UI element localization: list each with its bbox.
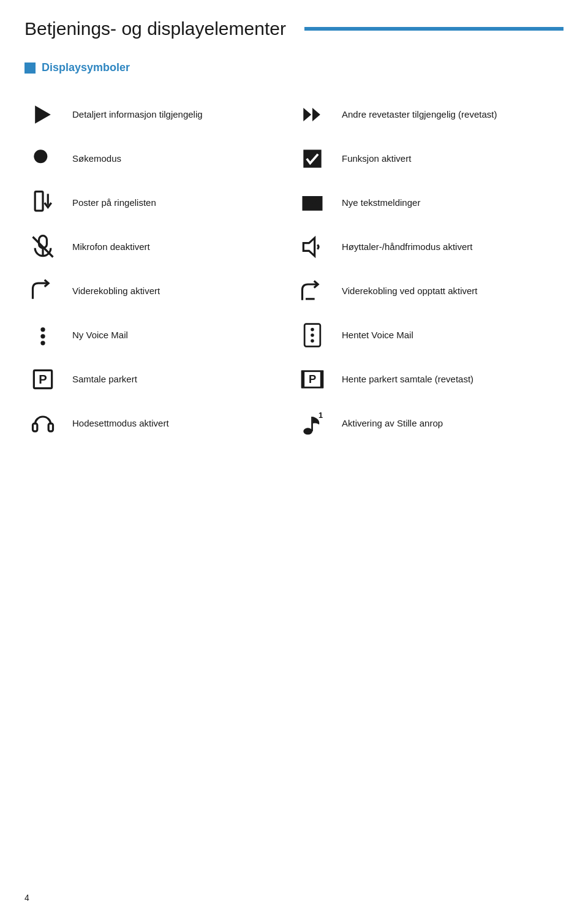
symbol-row-held-voice-mail: Hentet Voice Mail: [294, 313, 564, 357]
svg-text:P: P: [39, 373, 47, 386]
forward-busy-icon: [294, 278, 331, 305]
forward-active-label: Viderekobling aktivert: [72, 285, 160, 297]
symbols-grid: Detaljert informasjon tilgjengeligAndre …: [24, 93, 564, 445]
other-speed-dial-label: Andre revetaster tilgjengelig (revetast): [342, 108, 497, 121]
speaker-handsfree-icon: [294, 233, 331, 260]
silent-call-icon: 1: [294, 410, 331, 437]
symbol-row-silent-call: 1Aktivering av Stille anrop: [294, 401, 564, 445]
svg-rect-0: [303, 150, 321, 167]
symbol-row-retrieve-parked: PHente parkert samtale (revetast): [294, 357, 564, 401]
symbol-row-new-voice-mail: Ny Voice Mail: [24, 313, 294, 357]
post-call-list-label: Poster på ringelisten: [72, 197, 156, 209]
silent-call-label: Aktivering av Stille anrop: [342, 417, 443, 430]
section-title: Displaysymboler: [24, 61, 564, 74]
svg-point-9: [40, 341, 45, 345]
post-call-list-icon: [24, 189, 61, 216]
search-mode-icon: [24, 145, 61, 172]
new-text-messages-icon: [294, 189, 331, 216]
new-voice-mail-label: Ny Voice Mail: [72, 329, 128, 341]
svg-text:1: 1: [318, 411, 323, 420]
new-voice-mail-icon: [24, 322, 61, 349]
symbol-row-other-speed-dial: Andre revetaster tilgjengelig (revetast): [294, 93, 564, 137]
other-speed-dial-icon: [294, 101, 331, 128]
page-number: 4: [24, 893, 29, 903]
header-bar: [304, 27, 564, 31]
symbol-row-post-call-list: Poster på ringelisten: [24, 181, 294, 225]
speaker-handsfree-label: Høyttaler-/håndfrimodus aktivert: [342, 241, 472, 253]
mic-deactivated-icon: [24, 233, 61, 260]
svg-text:P: P: [309, 373, 316, 385]
symbol-row-mic-deactivated: Mikrofon deaktivert: [24, 225, 294, 269]
symbol-row-detailed-info: Detaljert informasjon tilgjengelig: [24, 93, 294, 137]
svg-point-8: [40, 334, 45, 338]
symbol-row-forward-active: Viderekobling aktivert: [24, 269, 294, 313]
held-voice-mail-label: Hentet Voice Mail: [342, 329, 413, 341]
symbol-row-function-active: Funksjon aktivert: [294, 137, 564, 181]
page-title: Betjenings- og displayelementer: [24, 18, 286, 39]
section-title-square: [24, 63, 36, 74]
headset-mode-label: Hodesettmodus aktivert: [72, 417, 169, 430]
svg-point-12: [311, 333, 314, 337]
detailed-info-icon: [24, 101, 61, 128]
svg-rect-22: [311, 417, 313, 431]
symbol-row-speaker-handsfree: Høyttaler-/håndfrimodus aktivert: [294, 225, 564, 269]
symbol-row-new-text-messages: Nye tekstmeldinger: [294, 181, 564, 225]
mic-deactivated-label: Mikrofon deaktivert: [72, 241, 150, 253]
held-voice-mail-icon: [294, 322, 331, 349]
svg-point-7: [40, 327, 45, 332]
svg-point-21: [303, 428, 312, 434]
forward-busy-label: Viderekobling ved opptatt aktivert: [342, 285, 478, 297]
call-parked-icon: P: [24, 366, 61, 393]
detailed-info-label: Detaljert informasjon tilgjengelig: [72, 108, 203, 121]
svg-point-11: [311, 328, 314, 332]
function-active-label: Funksjon aktivert: [342, 153, 411, 165]
page-header: Betjenings- og displayelementer: [24, 18, 564, 39]
call-parked-label: Samtale parkert: [72, 373, 137, 385]
svg-rect-20: [48, 423, 53, 431]
retrieve-parked-icon: P: [294, 366, 331, 393]
forward-active-icon: [24, 278, 61, 305]
section-title-text: Displaysymboler: [42, 61, 130, 74]
symbol-row-call-parked: PSamtale parkert: [24, 357, 294, 401]
symbol-row-forward-busy: Viderekobling ved opptatt aktivert: [294, 269, 564, 313]
svg-rect-1: [35, 192, 43, 211]
retrieve-parked-label: Hente parkert samtale (revetast): [342, 373, 473, 385]
svg-rect-19: [33, 423, 37, 431]
symbol-row-headset-mode: Hodesettmodus aktivert: [24, 401, 294, 445]
headset-mode-icon: [24, 410, 61, 437]
svg-point-13: [311, 339, 314, 343]
new-text-messages-label: Nye tekstmeldinger: [342, 197, 420, 209]
symbol-row-search-mode: Søkemodus: [24, 137, 294, 181]
search-mode-label: Søkemodus: [72, 153, 121, 165]
function-active-icon: [294, 145, 331, 172]
